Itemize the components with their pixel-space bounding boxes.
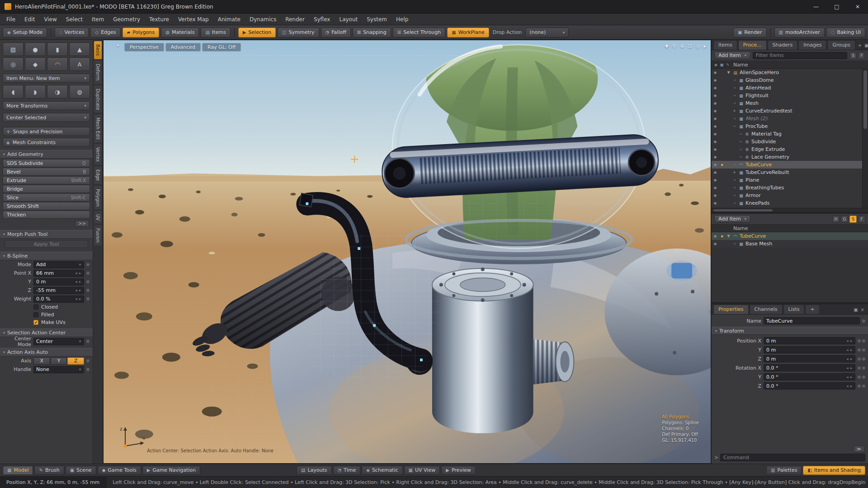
modo-archiver-button[interactable]: ▥ modoArchiver bbox=[774, 28, 825, 38]
viewport-menu-icon[interactable]: ▸ bbox=[117, 43, 119, 47]
panel-tab[interactable]: Shaders bbox=[768, 40, 798, 50]
tree-row[interactable]: ◉ ▦ BreathingTubes bbox=[712, 184, 862, 192]
tree-row[interactable]: ◉ ▦ Mesh (2) bbox=[712, 115, 862, 122]
layout-tab[interactable]: ▦ UV View bbox=[404, 466, 440, 475]
menu-item[interactable]: Dynamics bbox=[245, 14, 281, 25]
tool-category-tab[interactable]: Mesh Edit bbox=[94, 114, 102, 143]
tool-category-tab[interactable]: Duplicate bbox=[94, 85, 102, 114]
tool-category-tab[interactable]: Edge bbox=[94, 166, 102, 184]
checkbox[interactable] bbox=[33, 305, 38, 310]
keyframe-dot-icon[interactable] bbox=[862, 357, 865, 361]
item-tree-scrollbar[interactable] bbox=[862, 69, 868, 208]
snapping-button[interactable]: ⊠ Snapping bbox=[353, 28, 391, 38]
list-option-button[interactable]: F bbox=[858, 52, 865, 59]
add-meshop-dropdown[interactable]: Add Item ▾ bbox=[714, 215, 750, 223]
layout-tab[interactable]: ◧ Items and Shading bbox=[803, 466, 865, 475]
more-tools-button[interactable]: >> bbox=[75, 220, 89, 227]
center-selected-dropdown[interactable]: Center Selected ▾ bbox=[3, 113, 90, 122]
viewport-tab[interactable]: Ray GL: Off bbox=[202, 43, 241, 52]
curve-tool-button[interactable]: ◠ bbox=[47, 57, 68, 71]
transform-section[interactable]: ▾ Transform bbox=[712, 327, 868, 335]
geometry-tool-button[interactable]: SDS Subdivide D bbox=[3, 159, 90, 167]
tool-category-tab[interactable]: Fusion bbox=[94, 225, 102, 246]
numeric-input[interactable]: -55 mm ◂ ▸ bbox=[33, 287, 84, 294]
axis-button[interactable]: Y bbox=[51, 357, 67, 365]
visibility-eye-icon[interactable]: ◉ bbox=[712, 147, 719, 151]
text-tool-button[interactable]: A bbox=[69, 57, 90, 71]
menu-item[interactable]: Help bbox=[392, 14, 413, 25]
tree-row[interactable]: ◉ + ▦ TubeCurveRebuilt bbox=[712, 169, 862, 176]
menu-item[interactable]: Vertex Map bbox=[174, 14, 213, 25]
visibility-eye-icon[interactable]: ◉ bbox=[712, 117, 719, 121]
geometry-tool-button[interactable]: Thicken bbox=[3, 211, 90, 219]
setup-mode-button[interactable]: ◈ Setup Mode bbox=[3, 28, 47, 38]
channel-dot-icon[interactable] bbox=[858, 357, 861, 361]
layout-tab[interactable]: ▶ Game Navigation bbox=[142, 466, 200, 475]
ops-option-button[interactable]: S bbox=[849, 216, 857, 223]
geometry-tool-button[interactable]: Slice Shift-C bbox=[3, 193, 90, 202]
tree-row[interactable]: ◉ ▦ KneePads bbox=[712, 199, 862, 207]
center-mode-dropdown[interactable]: Center ▾ bbox=[33, 338, 84, 345]
tree-row[interactable]: ◉ ▦ Base Mesh bbox=[712, 240, 868, 248]
visibility-eye-icon[interactable]: ◉ bbox=[712, 94, 719, 98]
add-geometry-section[interactable]: ▾ Add Geometry bbox=[0, 150, 93, 159]
menu-item[interactable]: Render bbox=[281, 14, 309, 25]
tree-expander[interactable] bbox=[731, 193, 738, 197]
panel-close-icon[interactable]: × bbox=[861, 307, 864, 312]
menu-item[interactable]: File bbox=[2, 14, 20, 25]
properties-tab[interactable]: + bbox=[805, 305, 819, 314]
spinner-icon[interactable]: ◂ ▸ bbox=[75, 280, 81, 284]
render-button[interactable]: ▣ Render bbox=[733, 28, 767, 38]
visibility-eye-icon[interactable]: ◉ bbox=[712, 109, 719, 113]
tree-expander[interactable]: ▼ bbox=[725, 234, 732, 238]
morph-push-section[interactable]: ▾ Morph Push Tool bbox=[0, 230, 93, 239]
tree-expander[interactable] bbox=[731, 186, 738, 190]
panel-tab[interactable]: Proce... bbox=[738, 40, 767, 50]
panel-tab[interactable]: Images bbox=[798, 40, 826, 50]
visibility-eye-icon[interactable]: ◉ bbox=[712, 155, 719, 159]
tool-category-tab[interactable]: Polygon bbox=[94, 186, 102, 210]
panel-tab[interactable]: Items bbox=[713, 40, 737, 50]
geometry-tool-button[interactable]: Smooth Shift bbox=[3, 202, 90, 210]
layout-tab[interactable]: ▶ Preview bbox=[441, 466, 476, 475]
minimize-button[interactable]: — bbox=[806, 0, 826, 13]
properties-tab[interactable]: Lists bbox=[783, 305, 805, 314]
tree-expander[interactable]: + bbox=[731, 109, 738, 113]
visibility-eye-icon[interactable]: ◉ bbox=[712, 178, 719, 182]
checkbox-row[interactable]: Make UVs bbox=[0, 319, 93, 326]
channel-dot-icon[interactable] bbox=[858, 385, 861, 388]
menu-item[interactable]: Layout bbox=[335, 14, 362, 25]
more-properties-button[interactable]: ≫ bbox=[854, 446, 864, 452]
item-name-input[interactable]: TubeCurve bbox=[764, 317, 860, 324]
tree-expander[interactable] bbox=[737, 147, 744, 151]
tree-row[interactable]: ◉ ⚙ Lace Geometry bbox=[712, 153, 862, 161]
drop-action-dropdown[interactable]: (none) ▾ bbox=[525, 28, 569, 38]
tree-row[interactable]: ◉ ⚙ Subdivide bbox=[712, 138, 862, 145]
selection-button[interactable]: ▶ Selection bbox=[238, 28, 276, 38]
viewport-tab[interactable]: Advanced bbox=[165, 43, 201, 52]
properties-tab[interactable]: Channels bbox=[750, 305, 783, 314]
tree-row[interactable]: ◉ ▦ GlassDome bbox=[712, 76, 862, 84]
numeric-input[interactable]: 0.0 ° ◂ ▸ bbox=[764, 382, 855, 389]
visibility-eye-icon[interactable]: ◉ bbox=[712, 70, 719, 75]
visibility-eye-icon[interactable]: ◉ bbox=[712, 86, 719, 90]
mesh-constraints-button[interactable]: ◈ Mesh Constraints bbox=[3, 138, 90, 147]
symmetry-button[interactable]: ◫ Symmetry bbox=[278, 28, 319, 38]
properties-tab[interactable]: Properties bbox=[713, 305, 749, 314]
numeric-input[interactable]: 0 m ◂ ▸ bbox=[764, 337, 855, 344]
vertices-mode-button[interactable]: ∴ Vertices bbox=[55, 28, 89, 38]
tree-expander[interactable] bbox=[731, 178, 738, 182]
tree-row[interactable]: ◉ ▦ Mesh bbox=[712, 99, 862, 107]
falloff-button[interactable]: ◔ Falloff bbox=[321, 28, 351, 38]
numeric-input[interactable]: 0.0 % ◂ ▸ bbox=[33, 296, 84, 303]
tool-category-tab[interactable]: Vertex bbox=[94, 144, 102, 165]
command-input[interactable]: Command bbox=[720, 454, 865, 461]
tool-category-tab[interactable]: Deform bbox=[94, 61, 102, 84]
spinner-icon[interactable]: ◂ ▸ bbox=[846, 384, 853, 388]
spinner-icon[interactable]: ◂ ▸ bbox=[846, 357, 853, 361]
polygons-mode-button[interactable]: ▰ Polygons bbox=[123, 28, 160, 38]
geometry-tool-button[interactable]: Extrude Shift-X bbox=[3, 176, 90, 184]
menu-item[interactable]: View bbox=[39, 14, 61, 25]
menu-item[interactable]: Animate bbox=[213, 14, 245, 25]
item-menu-dropdown[interactable]: Item Menu: New Item ▾ bbox=[3, 74, 90, 83]
